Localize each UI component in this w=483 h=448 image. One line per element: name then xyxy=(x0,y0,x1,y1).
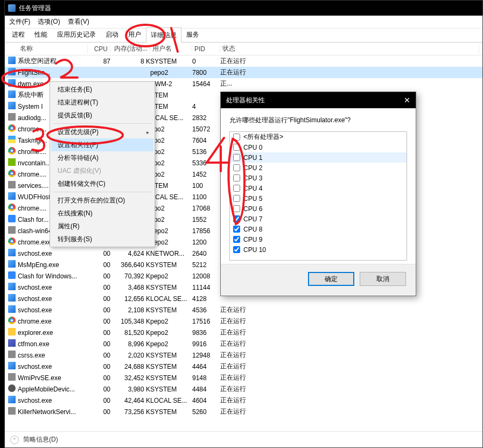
process-icon xyxy=(8,271,16,279)
menu-view[interactable]: 查看(V) xyxy=(68,17,89,26)
cpu-item-all[interactable]: <所有处理器> xyxy=(230,132,407,142)
cpu-item[interactable]: CPU 5 xyxy=(230,193,407,204)
cell-name: svchost.exe xyxy=(18,284,88,291)
table-row[interactable]: svchost.exe002,108 KSYSTEM4536正在运行 xyxy=(5,304,482,316)
process-icon xyxy=(8,305,16,313)
cpu-item[interactable]: CPU 2 xyxy=(230,163,407,173)
cell-pid: 4484 xyxy=(192,386,220,393)
menu-item[interactable]: 提供反馈(B) xyxy=(51,109,153,122)
cell-pid: 1552 xyxy=(192,216,220,223)
menu-item[interactable]: 结束任务(E) xyxy=(51,83,153,96)
cell-pid: 100 xyxy=(192,182,220,190)
cell-user: epo2 xyxy=(150,137,192,144)
tab-4[interactable]: 用户 xyxy=(123,27,146,42)
header-user[interactable]: 用户名 xyxy=(150,44,192,53)
menu-item[interactable]: 在线搜索(N) xyxy=(51,207,153,220)
table-row[interactable]: ctfmon.exe008,996 Kpepo29916正在运行 xyxy=(5,338,482,349)
cell-cpu: 00 xyxy=(88,250,110,257)
tab-0[interactable]: 进程 xyxy=(7,27,30,42)
menu-file[interactable]: 文件(F) xyxy=(9,17,30,26)
table-row[interactable]: svchost.exe0042,464 KLOCAL SE...4604正在运行 xyxy=(5,395,482,406)
cancel-button[interactable]: 取消 xyxy=(360,272,406,286)
menu-options[interactable]: 选项(O) xyxy=(38,17,60,26)
tab-2[interactable]: 应用历史记录 xyxy=(52,27,101,42)
cell-name: WmiPrvSE.exe xyxy=(18,374,88,382)
cpu-item[interactable]: CPU 6 xyxy=(230,204,407,214)
checkbox[interactable] xyxy=(233,174,240,181)
process-icon xyxy=(8,384,16,392)
header-cpu[interactable]: CPU xyxy=(88,45,110,53)
titlebar[interactable]: 任务管理器 xyxy=(5,1,482,16)
cell-pid: 5336 xyxy=(192,159,220,167)
table-row[interactable]: AppleMobileDevic...003,980 KSYSTEM4484正在… xyxy=(5,383,482,395)
statusbar: ⌃ 简略信息(D) xyxy=(5,431,482,447)
checkbox[interactable] xyxy=(233,215,240,222)
cell-mem: 24,688 K xyxy=(110,363,150,370)
checkbox[interactable] xyxy=(233,246,240,253)
menu-item[interactable]: 创建转储文件(C) xyxy=(51,177,153,190)
menu-item[interactable]: 打开文件所在的位置(O) xyxy=(51,194,153,207)
cpu-item[interactable]: CPU 1 xyxy=(230,152,407,163)
cell-name: csrss.exe xyxy=(18,352,88,359)
ok-button[interactable]: 确定 xyxy=(308,272,354,286)
checkbox[interactable] xyxy=(233,226,240,233)
table-row[interactable]: WmiPrvSE.exe0032,452 KSYSTEM9148正在运行 xyxy=(5,372,482,383)
cpu-item[interactable]: CPU 0 xyxy=(230,142,407,152)
statusbar-label[interactable]: 简略信息(D) xyxy=(23,435,58,444)
expand-icon[interactable]: ⌃ xyxy=(10,436,19,444)
table-row[interactable]: explorer.exe0081,520 Kpepo29836正在运行 xyxy=(5,327,482,338)
cpu-item[interactable]: CPU 3 xyxy=(230,173,407,183)
header-mem[interactable]: 内存(活动... xyxy=(110,44,150,53)
cpu-item[interactable]: CPU 10 xyxy=(230,244,407,255)
header-pid[interactable]: PID xyxy=(192,45,220,53)
checkbox[interactable] xyxy=(233,185,240,192)
cell-pid: 1100 xyxy=(192,193,220,201)
table-row[interactable]: svchost.exe0024,688 KSYSTEM4464正在运行 xyxy=(5,361,482,372)
cell-name: chrome.exe xyxy=(18,318,88,325)
cpu-list[interactable]: <所有处理器>CPU 0CPU 1CPU 2CPU 3CPU 4CPU 5CPU… xyxy=(229,131,407,261)
cpu-item[interactable]: CPU 8 xyxy=(230,224,407,234)
menu-item[interactable]: 结束进程树(T) xyxy=(51,96,153,109)
checkbox[interactable] xyxy=(233,144,240,151)
menu-item[interactable]: 设置相关性(F) xyxy=(51,138,153,151)
cell-user: SYSTEM xyxy=(150,408,192,416)
header-status[interactable]: 状态 xyxy=(220,44,479,53)
cpu-item[interactable]: CPU 9 xyxy=(230,234,407,244)
menu-item[interactable]: 属性(R) xyxy=(51,220,153,233)
cell-cpu: 00 xyxy=(88,386,110,393)
process-icon xyxy=(8,102,16,109)
checkbox[interactable] xyxy=(233,164,240,171)
cell-status: 正在运行 xyxy=(220,68,479,77)
checkbox-all[interactable] xyxy=(233,134,240,141)
menu-item[interactable]: 分析等待链(A) xyxy=(51,151,153,164)
cell-name: AppleMobileDevic... xyxy=(18,386,88,393)
cpu-item[interactable]: CPU 7 xyxy=(230,214,407,224)
cell-user: pepo2 xyxy=(150,272,192,280)
table-row[interactable]: KillerNetworkServi...0073,256 KSYSTEM526… xyxy=(5,406,482,417)
tab-3[interactable]: 启动 xyxy=(101,27,123,42)
cell-cpu: 00 xyxy=(88,329,110,337)
checkbox[interactable] xyxy=(233,154,240,161)
table-row[interactable]: chrome.exe00105,348 Kpepo217516正在运行 xyxy=(5,316,482,327)
process-icon xyxy=(8,181,16,188)
close-icon[interactable]: ✕ xyxy=(404,96,410,104)
tab-1[interactable]: 性能 xyxy=(30,27,52,42)
table-row[interactable]: 系统空闲进程878 KSYSTEM0正在运行 xyxy=(5,55,482,67)
cell-status: 正在运行 xyxy=(220,351,479,360)
table-row[interactable]: csrss.exe002,020 KSYSTEM12948正在运行 xyxy=(5,349,482,361)
cell-user: LOCAL SE... xyxy=(150,295,192,303)
checkbox[interactable] xyxy=(233,205,240,212)
checkbox[interactable] xyxy=(233,236,240,243)
table-row[interactable]: FlightSim...pepo27800正在运行 xyxy=(5,67,482,78)
checkbox[interactable] xyxy=(233,195,240,202)
process-icon xyxy=(8,113,16,121)
header-name[interactable]: 名称 xyxy=(18,44,88,53)
dialog-titlebar[interactable]: 处理器相关性 ✕ xyxy=(221,92,416,108)
tab-5[interactable]: 详细信息 xyxy=(146,27,181,43)
cell-user: STEM xyxy=(150,182,192,190)
process-icon xyxy=(8,57,16,64)
cpu-item[interactable]: CPU 4 xyxy=(230,183,407,193)
menu-item[interactable]: 设置优先级(P) xyxy=(51,125,153,138)
menu-item[interactable]: 转到服务(S) xyxy=(51,233,153,246)
tab-6[interactable]: 服务 xyxy=(181,27,204,42)
